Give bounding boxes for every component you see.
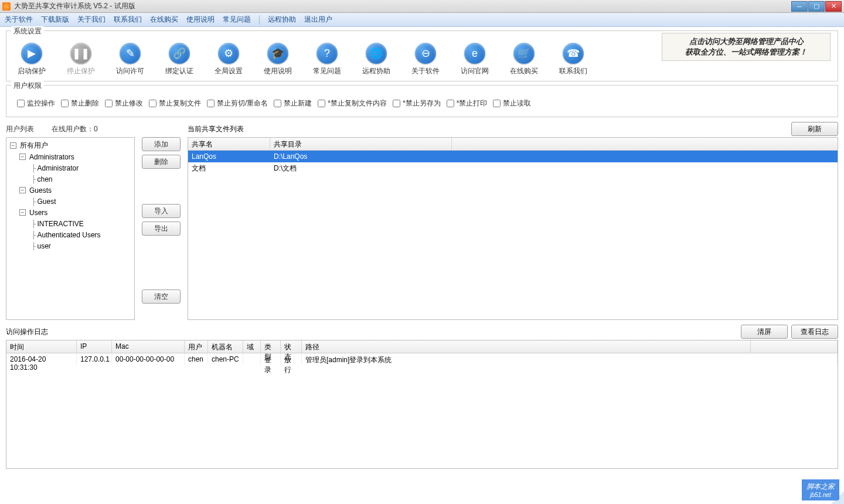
tree-user[interactable]: ├ chen — [8, 173, 133, 185]
menu-item[interactable]: 联系我们 — [114, 15, 142, 25]
refresh-button[interactable]: 刷新 — [791, 122, 838, 136]
global-settings-icon: ⚙ — [218, 43, 239, 64]
menu-item[interactable]: 下载新版 — [41, 15, 69, 25]
toolbar-label: 访问官网 — [461, 66, 489, 76]
expand-icon[interactable]: − — [19, 154, 26, 160]
menu-item[interactable]: 在线购买 — [150, 15, 178, 25]
clear-screen-button[interactable]: 清屏 — [741, 325, 788, 339]
tree-group[interactable]: −Guests — [8, 185, 133, 196]
expand-icon[interactable]: − — [10, 142, 16, 149]
toolbar-label: 关于软件 — [411, 66, 440, 76]
stop-protect-icon: ❚❚ — [70, 43, 91, 64]
banner-link[interactable]: 点击访问大势至网络管理产品中心 获取全方位、一站式网络管理方案！ — [662, 33, 831, 61]
maximize-button[interactable]: ▢ — [808, 1, 825, 12]
permission-checkbox[interactable]: 禁止新建 — [274, 98, 312, 108]
tree-user[interactable]: ├ user — [8, 240, 133, 251]
permission-checkbox[interactable]: *禁止打印 — [447, 98, 488, 108]
contact-us-icon: ☎ — [563, 43, 584, 64]
toolbar-visit-site[interactable]: e访问官网 — [460, 43, 489, 76]
view-log-button[interactable]: 查看日志 — [791, 325, 838, 339]
group-perm-legend: 用户权限 — [11, 81, 44, 91]
clear-button[interactable]: 清空 — [142, 290, 181, 304]
checkbox[interactable] — [393, 100, 400, 107]
online-user-count: 在线用户数：0 — [52, 124, 98, 134]
minimize-button[interactable]: ─ — [791, 1, 808, 12]
permission-checkbox[interactable]: 监控操作 — [17, 98, 55, 108]
toolbar-global-settings[interactable]: ⚙全局设置 — [214, 43, 243, 76]
menu-item[interactable]: 使用说明 — [186, 15, 215, 25]
toolbar-contact-us[interactable]: ☎联系我们 — [559, 43, 588, 76]
expand-icon[interactable]: − — [19, 187, 26, 193]
log-col-time[interactable]: 时间 — [6, 340, 77, 353]
toolbar-bind-auth[interactable]: 🔗绑定认证 — [165, 43, 194, 76]
share-col-dir[interactable]: 共享目录 — [270, 138, 452, 150]
tree-root[interactable]: −所有用户 — [8, 140, 133, 151]
toolbar-access-permit[interactable]: ✎访问许可 — [115, 43, 145, 76]
log-col-domain[interactable]: 域 — [243, 340, 261, 353]
menu-item[interactable]: 关于软件 — [5, 15, 33, 25]
tree-group[interactable]: −Administrators — [8, 151, 133, 162]
checkbox[interactable] — [207, 100, 215, 107]
log-col-type[interactable]: 类型 — [261, 340, 281, 353]
checkbox[interactable] — [105, 100, 113, 107]
checkbox[interactable] — [17, 100, 25, 107]
faq-icon: ? — [316, 43, 338, 64]
checkbox[interactable] — [149, 100, 156, 107]
log-col-mac[interactable]: Mac — [112, 340, 185, 353]
permission-checkbox[interactable]: 禁止复制文件 — [149, 98, 201, 108]
toolbar-remote-help[interactable]: 🌐远程协助 — [362, 43, 391, 76]
window-title: 大势至共享文件审计系统 V5.2 - 试用版 — [14, 1, 791, 11]
toolbar-buy-online[interactable]: 🛒在线购买 — [509, 43, 539, 76]
share-table[interactable]: 共享名 共享目录 LanQosD:\LanQos文档D:\文档 — [188, 137, 838, 320]
toolbar-stop-protect: ❚❚停止保护 — [66, 43, 96, 76]
menu-item[interactable]: 远程协助 — [268, 15, 296, 25]
log-col-status[interactable]: 状态 — [281, 340, 302, 353]
checkbox[interactable] — [274, 100, 281, 107]
menu-item[interactable]: 退出用户 — [304, 15, 332, 25]
user-list-label: 用户列表 — [6, 124, 34, 134]
add-button[interactable]: 添加 — [142, 137, 181, 151]
menu-item[interactable]: 关于我们 — [77, 15, 106, 25]
log-col-path[interactable]: 路径 — [302, 340, 751, 353]
log-col-ip[interactable]: IP — [77, 340, 112, 353]
toolbar-about-soft[interactable]: ⊖关于软件 — [411, 43, 440, 76]
export-button[interactable]: 导出 — [142, 222, 181, 236]
menu-item[interactable]: 常见问题 — [223, 15, 251, 25]
toolbar-start-protect[interactable]: ▶启动保护 — [17, 43, 46, 76]
toolbar-faq[interactable]: ?常见问题 — [312, 43, 342, 76]
permission-checkbox[interactable]: 禁止剪切/重命名 — [207, 98, 268, 108]
checkbox[interactable] — [61, 100, 69, 107]
tree-user[interactable]: ├ Authenticated Users — [8, 229, 133, 240]
user-tree[interactable]: −所有用户−Administrators├ Administrator├ che… — [6, 137, 135, 320]
tree-group[interactable]: −Users — [8, 207, 133, 218]
log-row[interactable]: 2016-04-20 10:31:30127.0.0.100-00-00-00-… — [6, 353, 838, 365]
watermark: 脚本之家 jb51.net — [802, 479, 839, 500]
permission-checkbox[interactable]: *禁止另存为 — [393, 98, 441, 108]
permission-row: 监控操作禁止删除禁止修改禁止复制文件禁止剪切/重命名禁止新建*禁止复制文件内容*… — [12, 96, 832, 111]
expand-icon[interactable]: − — [19, 209, 26, 216]
permission-checkbox[interactable]: 禁止修改 — [105, 98, 143, 108]
toolbar-usage[interactable]: 🎓使用说明 — [263, 43, 292, 76]
tree-user[interactable]: ├ Administrator — [8, 162, 133, 173]
close-button[interactable]: ✕ — [825, 1, 842, 12]
permission-checkbox[interactable]: 禁止删除 — [61, 98, 99, 108]
share-col-name[interactable]: 共享名 — [188, 138, 270, 150]
share-row[interactable]: LanQosD:\LanQos — [188, 151, 838, 162]
permission-checkbox[interactable]: 禁止读取 — [493, 98, 531, 108]
log-table[interactable]: 时间 IP Mac 用户 机器名 域 类型 状态 路径 2016-04-20 1… — [6, 340, 838, 469]
share-row[interactable]: 文档D:\文档 — [188, 162, 838, 174]
share-list-label: 当前共享文件列表 — [188, 124, 244, 134]
checkbox[interactable] — [493, 100, 501, 107]
delete-button[interactable]: 删除 — [142, 155, 181, 169]
import-button[interactable]: 导入 — [142, 204, 181, 218]
about-soft-icon: ⊖ — [415, 43, 436, 64]
log-col-machine[interactable]: 机器名 — [208, 340, 243, 353]
tree-user[interactable]: ├ Guest — [8, 196, 133, 207]
usage-icon: 🎓 — [267, 43, 288, 64]
permission-checkbox[interactable]: *禁止复制文件内容 — [318, 98, 387, 108]
checkbox[interactable] — [318, 100, 325, 107]
tree-user[interactable]: ├ INTERACTIVE — [8, 218, 133, 229]
checkbox[interactable] — [447, 100, 454, 107]
log-col-user[interactable]: 用户 — [185, 340, 208, 353]
remote-help-icon: 🌐 — [366, 43, 387, 64]
